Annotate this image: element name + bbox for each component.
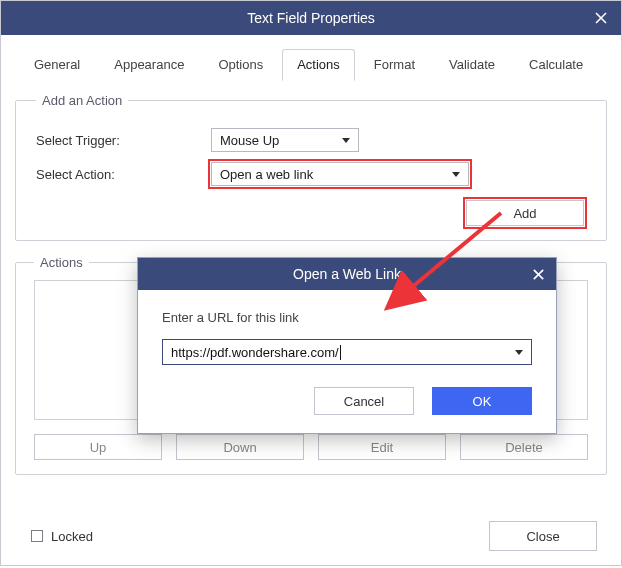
modal-titlebar: Open a Web Link (138, 258, 556, 290)
url-value: https://pdf.wondershare.com/ (171, 345, 339, 360)
locked-checkbox[interactable]: Locked (31, 529, 93, 544)
tab-format[interactable]: Format (359, 49, 430, 81)
tab-actions[interactable]: Actions (282, 49, 355, 81)
text-field-properties-window: Text Field Properties General Appearance… (0, 0, 622, 566)
modal-close-button[interactable] (520, 258, 556, 290)
tab-validate[interactable]: Validate (434, 49, 510, 81)
delete-button[interactable]: Delete (460, 434, 588, 460)
add-an-action-legend: Add an Action (36, 93, 128, 108)
select-action-row: Select Action: Open a web link (36, 162, 586, 186)
cancel-button[interactable]: Cancel (314, 387, 414, 415)
add-button[interactable]: Add (466, 200, 584, 226)
url-input[interactable]: https://pdf.wondershare.com/ (162, 339, 532, 365)
locked-label: Locked (51, 529, 93, 544)
chevron-down-icon (515, 350, 523, 355)
modal-buttons: Cancel OK (162, 387, 532, 415)
tab-calculate[interactable]: Calculate (514, 49, 598, 81)
text-cursor (340, 345, 341, 360)
select-trigger-row: Select Trigger: Mouse Up (36, 128, 586, 152)
dialog-footer: Locked Close (1, 507, 621, 565)
chevron-down-icon (452, 172, 460, 177)
select-action-dropdown[interactable]: Open a web link (211, 162, 469, 186)
select-action-value: Open a web link (220, 167, 313, 182)
close-icon (532, 268, 545, 281)
actions-legend: Actions (34, 255, 89, 270)
open-web-link-dialog: Open a Web Link Enter a URL for this lin… (137, 257, 557, 434)
up-button[interactable]: Up (34, 434, 162, 460)
add-an-action-group: Add an Action Select Trigger: Mouse Up S… (15, 93, 607, 241)
select-trigger-label: Select Trigger: (36, 133, 211, 148)
ok-button[interactable]: OK (432, 387, 532, 415)
titlebar: Text Field Properties (1, 1, 621, 35)
tab-general[interactable]: General (19, 49, 95, 81)
tab-options[interactable]: Options (203, 49, 278, 81)
window-close-button[interactable] (581, 1, 621, 35)
modal-title: Open a Web Link (293, 266, 401, 282)
down-button[interactable]: Down (176, 434, 304, 460)
tab-appearance[interactable]: Appearance (99, 49, 199, 81)
select-action-label: Select Action: (36, 167, 211, 182)
tabstrip: General Appearance Options Actions Forma… (1, 35, 621, 81)
modal-body: Enter a URL for this link https://pdf.wo… (138, 290, 556, 433)
select-trigger-dropdown[interactable]: Mouse Up (211, 128, 359, 152)
actions-button-row: Up Down Edit Delete (34, 434, 588, 460)
edit-button[interactable]: Edit (318, 434, 446, 460)
select-trigger-value: Mouse Up (220, 133, 279, 148)
titlebar-title: Text Field Properties (247, 10, 375, 26)
checkbox-icon (31, 530, 43, 542)
close-icon (594, 11, 608, 25)
close-button[interactable]: Close (489, 521, 597, 551)
modal-prompt: Enter a URL for this link (162, 310, 532, 325)
chevron-down-icon (342, 138, 350, 143)
